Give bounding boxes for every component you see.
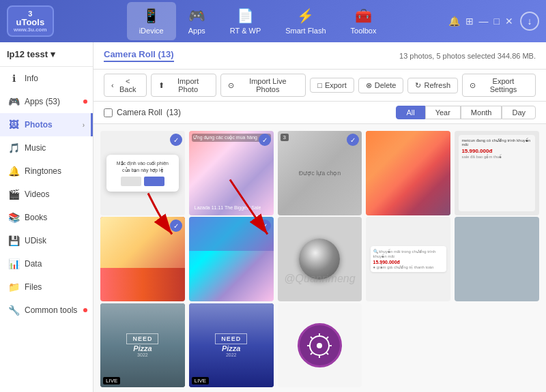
photo-grid: Mặc định vào cuối phiên của bạn này hợp … — [94, 124, 546, 392]
header-icons: 🔔 ⊞ — □ ✕ — [448, 16, 513, 27]
apps-icon: 🎮 — [188, 7, 205, 24]
photo-item-1[interactable]: Mặc định vào cuối phiên của bạn này hợp … — [100, 131, 185, 215]
back-button[interactable]: ‹ < Back — [104, 74, 147, 97]
photo-item-10[interactable] — [455, 217, 539, 301]
minimize-icon[interactable]: — — [479, 16, 489, 27]
bell-icon[interactable]: 🔔 — [448, 16, 460, 27]
sidebar-item-music[interactable]: 🎵 Music — [0, 136, 93, 160]
sidebar-item-data[interactable]: 📊 Data — [0, 252, 93, 275]
grid-icon[interactable]: ⊞ — [465, 16, 474, 27]
sidebar-item-photos[interactable]: 🖼 Photos › — [0, 113, 93, 136]
close-icon[interactable]: ✕ — [505, 16, 513, 27]
photo-11-live: LIVE — [103, 377, 120, 385]
sidebar-items-list: ℹ Info 🎮 Apps (53) 🖼 Photos › 🎵 Music 🔔 … — [0, 67, 93, 392]
sidebar-item-info[interactable]: ℹ Info — [0, 67, 93, 90]
sidebar-item-videos[interactable]: 🎬 Videos — [0, 183, 93, 206]
commontools-badge — [83, 308, 87, 312]
sidebar-item-apps[interactable]: 🎮 Apps (53) — [0, 90, 93, 113]
sidebar: lp12 tesst ▾ ℹ Info 🎮 Apps (53) 🖼 Photos… — [0, 42, 94, 392]
nav-toolbox-label: Toolbox — [351, 27, 377, 35]
import-live-button[interactable]: ⊙ Import Live Photos — [220, 74, 306, 97]
photo-item-12[interactable]: NEED Pizza 2022 LIVE — [189, 303, 274, 388]
import-photo-button[interactable]: ⬆ Import Photo — [151, 74, 217, 97]
delete-button[interactable]: ⊗ Delete — [358, 78, 404, 93]
export-icon: □ — [317, 81, 322, 89]
info-icon: ℹ — [8, 73, 19, 84]
refresh-label: Refresh — [424, 81, 450, 89]
export-label: Export — [325, 81, 347, 89]
sidebar-apps-label: Apps (53) — [25, 97, 60, 106]
photo-item-3[interactable]: Được lựa chọn ✓ 3 — [278, 131, 362, 215]
sidebar-udisk-label: UDisk — [25, 236, 46, 245]
toolbox-icon: 🧰 — [355, 7, 372, 24]
sidebar-item-udisk[interactable]: 💾 UDisk — [0, 229, 93, 252]
svg-line-9 — [311, 352, 313, 355]
photo-item-11[interactable]: NEED Pizza 3022 LIVE — [100, 303, 185, 388]
back-icon: ‹ — [111, 81, 114, 89]
photo-item-4[interactable] — [366, 131, 450, 215]
udisk-sidebar-icon: 💾 — [8, 235, 19, 246]
nav-toolbox[interactable]: 🧰 Toolbox — [339, 2, 389, 40]
nav-smartflash-label: Smart Flash — [285, 27, 326, 35]
sidebar-music-label: Music — [25, 143, 46, 153]
photo-item-6[interactable]: ✓ — [100, 217, 185, 301]
sidebar-data-label: Data — [25, 259, 42, 269]
sidebar-commontools-label: Common tools — [25, 305, 77, 315]
filter-tab-month[interactable]: Month — [461, 106, 502, 119]
photo-7-check: ✓ — [259, 220, 271, 232]
photo-3-badge: 3 — [281, 134, 289, 141]
camera-roll-count: (13) — [167, 108, 181, 117]
photo-item-9[interactable]: 🔍 khuyến mãi trong chương trình khuyến m… — [366, 217, 450, 301]
music-sidebar-icon: 🎵 — [8, 142, 19, 153]
refresh-button[interactable]: ↻ Refresh — [407, 78, 458, 93]
photo-item-2[interactable]: Ứng dụng các cuộc mua hàng Lazada 11.11 … — [189, 131, 274, 215]
device-selector[interactable]: lp12 tesst ▾ — [0, 42, 93, 67]
photo-8-content — [278, 217, 362, 301]
toolbar: ‹ < Back ⬆ Import Photo ⊙ Import Live Ph… — [94, 70, 546, 102]
photo-item-13[interactable] — [278, 303, 362, 388]
filter-tabs: All Year Month Day — [396, 106, 536, 119]
filter-tab-day[interactable]: Day — [502, 106, 536, 119]
files-sidebar-icon: 📁 — [8, 282, 19, 292]
rtwp-icon: 📄 — [237, 7, 254, 24]
photos-expand-arrow: › — [83, 121, 85, 129]
sidebar-videos-label: Videos — [25, 190, 49, 199]
sidebar-item-files[interactable]: 📁 Files — [0, 275, 93, 299]
sidebar-item-books[interactable]: 📚 Books — [0, 206, 93, 229]
import-live-label: Import Live Photos — [237, 77, 298, 93]
export-settings-button[interactable]: ⊙ Export Settings — [462, 74, 536, 97]
filter-tab-year[interactable]: Year — [425, 106, 461, 119]
data-sidebar-icon: 📊 — [8, 258, 19, 269]
nav-smartflash[interactable]: ⚡ Smart Flash — [273, 2, 338, 40]
nav-idevice-label: iDevice — [139, 27, 164, 35]
download-button[interactable]: ↓ — [520, 12, 539, 31]
delete-icon: ⊗ — [366, 81, 372, 90]
photos-sidebar-icon: 🖼 — [8, 119, 19, 130]
photo-item-7[interactable]: ✓ — [189, 217, 274, 301]
filter-tab-all[interactable]: All — [396, 106, 425, 119]
device-name: lp12 tesst — [7, 49, 48, 59]
camera-roll-label: Camera Roll — [117, 108, 162, 117]
import-photo-label: Import Photo — [167, 77, 210, 93]
nav-apps[interactable]: 🎮 Apps — [176, 2, 218, 40]
sidebar-item-ringtones[interactable]: 🔔 Ringtones — [0, 160, 93, 183]
export-button[interactable]: □ Export — [310, 78, 354, 93]
sidebar-files-label: Files — [25, 282, 42, 292]
sidebar-item-commontools[interactable]: 🔧 Common tools — [0, 299, 93, 322]
photo-2-check: ✓ — [259, 134, 271, 146]
camera-roll-checkbox[interactable] — [104, 108, 113, 117]
nav-rtwp[interactable]: 📄 RT & WP — [218, 2, 273, 40]
idevice-icon: 📱 — [143, 7, 160, 24]
quanrimeng-logo-svg — [306, 332, 333, 359]
photo-item-5[interactable]: metcun đang có chường trình khuyến mãi 1… — [455, 131, 539, 215]
maximize-icon[interactable]: □ — [494, 16, 500, 27]
svg-point-1 — [317, 343, 322, 348]
svg-line-6 — [311, 337, 313, 339]
app-logo: 3 uTools www.3u.com — [7, 5, 54, 37]
videos-sidebar-icon: 🎬 — [8, 189, 19, 200]
photo-item-8[interactable] — [278, 217, 362, 301]
nav-idevice[interactable]: 📱 iDevice — [127, 2, 176, 40]
content-tab-title: Camera Roll (13) — [104, 49, 174, 62]
import-photo-icon: ⬆ — [158, 81, 164, 90]
sidebar-books-label: Books — [25, 213, 47, 222]
